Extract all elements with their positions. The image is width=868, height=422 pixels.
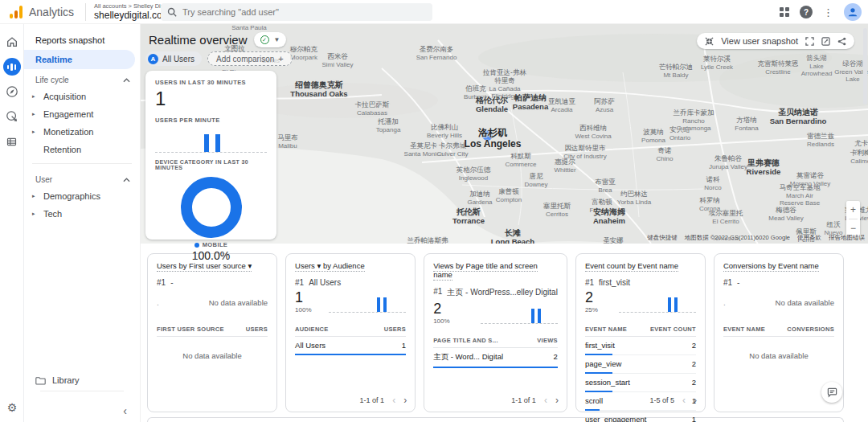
nav-item-demographics[interactable]: ▸Demographics xyxy=(24,187,140,205)
apps-grid-icon[interactable] xyxy=(780,7,789,17)
card-views-by-page-title: Views by Page title and screen name #1主页… xyxy=(424,253,567,412)
plus-icon: + xyxy=(278,54,283,64)
card-title[interactable]: Views by Page title and screen name xyxy=(433,261,558,279)
search-input[interactable] xyxy=(182,7,426,17)
feedback-button[interactable] xyxy=(821,382,842,403)
no-data-text: No data available xyxy=(209,298,268,307)
realtime-summary-card: USERS IN LAST 30 MINUTES 1 USERS PER MIN… xyxy=(145,71,276,240)
card-title[interactable]: Users ▾ by Audience xyxy=(295,261,406,270)
report-map-error-link[interactable]: 报告地图错误 xyxy=(829,234,865,242)
chevron-up-icon xyxy=(123,78,130,83)
nav-item-retention[interactable]: Retention xyxy=(24,141,140,158)
mini-bar-chart xyxy=(619,292,696,313)
nav-item-library[interactable]: Library xyxy=(24,371,140,390)
table-row[interactable]: first_visit2 xyxy=(585,337,696,355)
user-location-marker xyxy=(482,130,493,141)
pagination: 1-5 of 5 ‹ › xyxy=(649,395,697,405)
keyboard-shortcuts-link[interactable]: 键盘快捷键 xyxy=(647,234,678,242)
all-users-chip[interactable]: A All Users xyxy=(145,51,202,66)
expand-arrow-icon: ▸ xyxy=(32,129,39,135)
device-category-value: 100.0% xyxy=(155,249,267,262)
add-comparison-chip[interactable]: Add comparison + xyxy=(207,51,293,66)
app-header: Analytics All accounts > Shelley Digital… xyxy=(0,0,868,24)
next-page-icon[interactable]: › xyxy=(555,395,559,405)
users-30min-label: USERS IN LAST 30 MINUTES xyxy=(155,79,267,86)
nav-item-monetization[interactable]: ▸Monetization xyxy=(24,123,140,141)
next-page-icon[interactable]: › xyxy=(694,395,697,405)
table-row[interactable]: page_view2 xyxy=(585,355,696,374)
no-data-text: No data available xyxy=(157,351,268,360)
mini-bar-chart xyxy=(329,292,406,313)
device-category-label: DEVICE CATEGORY IN LAST 30 MINUTES xyxy=(155,159,267,170)
pagination: 1-1 of 1 ‹ › xyxy=(511,395,559,405)
page-title: Realtime overview xyxy=(149,33,248,47)
reports-icon[interactable] xyxy=(2,57,22,76)
expand-arrow-icon: ▸ xyxy=(32,211,39,217)
users-30min-value: 1 xyxy=(155,88,267,110)
page-scrollbar[interactable] xyxy=(863,28,867,104)
nav-section-life-cycle[interactable]: Life cycle xyxy=(24,69,140,88)
nav-item-engagement[interactable]: ▸Engagement xyxy=(24,105,140,123)
table-row[interactable]: user_engagement1 xyxy=(585,411,696,422)
device-category-donut-chart xyxy=(181,177,242,238)
customize-report-icon[interactable] xyxy=(821,37,830,46)
analytics-logo-icon[interactable] xyxy=(10,6,23,18)
users-per-minute-chart xyxy=(155,127,267,153)
more-options-icon[interactable]: ⋮ xyxy=(823,7,833,18)
card-event-count-by-event-name: Event count by Event name #1first_visit … xyxy=(575,253,706,412)
prev-page-icon[interactable]: ‹ xyxy=(392,395,395,405)
segment-a-icon: A xyxy=(148,54,158,64)
nav-section-user[interactable]: User xyxy=(24,169,140,187)
explore-icon[interactable] xyxy=(2,82,22,101)
avatar[interactable] xyxy=(844,3,862,21)
icon-rail: ⚙ xyxy=(0,24,24,422)
card-users-by-first-user-source: Users by First user source ▾ #1- . No da… xyxy=(147,253,277,412)
zoom-in-button[interactable]: + xyxy=(846,201,860,219)
app-name: Analytics xyxy=(29,6,74,18)
fullscreen-icon[interactable] xyxy=(805,37,814,46)
feedback-bubble-icon xyxy=(827,387,837,398)
next-page-icon[interactable]: › xyxy=(403,395,407,405)
collapse-nav-icon[interactable]: ‹ xyxy=(123,404,127,417)
legend-dot-icon xyxy=(194,243,199,248)
expand-arrow-icon: ▸ xyxy=(32,111,39,117)
chevron-down-icon: ▼ xyxy=(274,36,280,43)
main-content: Santa Paula文图拉穆尔帕克Moorpark西米谷Simi Valley… xyxy=(141,24,868,422)
no-data-text: No data available xyxy=(723,351,834,360)
search-bar[interactable] xyxy=(161,3,432,21)
nav-item-tech[interactable]: ▸Tech xyxy=(24,205,140,223)
search-icon xyxy=(167,7,177,17)
help-icon[interactable]: ? xyxy=(800,6,813,18)
map-zoom-control: + − xyxy=(846,201,860,237)
prev-page-icon[interactable]: ‹ xyxy=(682,395,686,405)
nav-item-reports-snapshot[interactable]: Reports snapshot xyxy=(24,31,140,50)
person-icon xyxy=(847,6,858,18)
home-icon[interactable] xyxy=(2,32,22,51)
table-row[interactable]: 主页 - Word... Digital2 xyxy=(433,348,558,368)
share-icon[interactable] xyxy=(837,37,846,46)
card-title[interactable]: Conversions by Event name xyxy=(723,261,834,270)
view-user-snapshot-button[interactable]: View user snapshot xyxy=(721,36,798,46)
advertising-icon[interactable] xyxy=(2,107,22,126)
configure-icon[interactable] xyxy=(2,132,22,151)
table-row[interactable]: session_start2 xyxy=(585,374,696,392)
expand-arrow-icon: ▸ xyxy=(32,93,39,100)
admin-gear-icon[interactable]: ⚙ xyxy=(0,401,24,414)
map-toolbar: View user snapshot xyxy=(697,33,854,49)
data-quality-badge[interactable]: ✓ ▼ xyxy=(254,32,287,47)
no-data-text: No data available xyxy=(776,298,834,307)
card-title[interactable]: Event count by Event name xyxy=(585,261,696,270)
donut-legend: MOBILE xyxy=(155,241,267,248)
terms-link[interactable]: 使用条款 xyxy=(797,234,821,242)
pagination: 1-1 of 1 ‹ › xyxy=(360,395,407,405)
chevron-up-icon xyxy=(123,178,130,182)
nav-item-acquisition[interactable]: ▸Acquisition xyxy=(24,88,140,105)
table-row[interactable]: All Users1 xyxy=(295,337,406,355)
check-circle-icon: ✓ xyxy=(260,35,269,44)
collapse-arrows-icon[interactable] xyxy=(705,37,714,46)
card-users-by-audience: Users ▾ by Audience #1All Users 1100% AU… xyxy=(285,253,416,412)
divider xyxy=(85,3,86,21)
nav-item-realtime[interactable]: Realtime xyxy=(24,50,135,69)
card-title[interactable]: Users by First user source ▾ xyxy=(157,261,268,270)
prev-page-icon[interactable]: ‹ xyxy=(544,395,547,405)
